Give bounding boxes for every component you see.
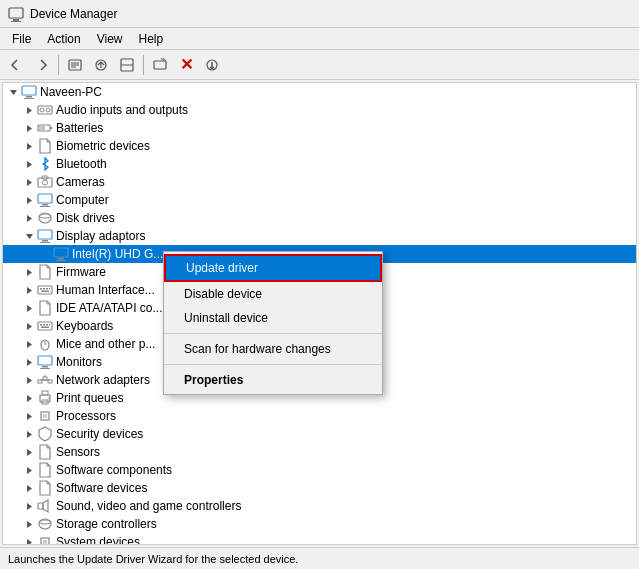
expand-icon-storage[interactable] — [21, 516, 37, 532]
context-menu-uninstall-device[interactable]: Uninstall device — [164, 306, 382, 330]
tree-icon-biometric — [37, 138, 53, 154]
tree-label-processors: Processors — [56, 409, 116, 423]
svg-rect-66 — [40, 368, 50, 369]
svg-marker-79 — [27, 413, 32, 420]
expand-icon-monitors[interactable] — [21, 354, 37, 370]
expand-icon-keyboards[interactable] — [21, 318, 37, 334]
tree-item-storage[interactable]: Storage controllers — [3, 515, 636, 533]
expand-icon-computer[interactable] — [21, 192, 37, 208]
context-menu-properties[interactable]: Properties — [164, 368, 382, 392]
expand-icon-bluetooth[interactable] — [21, 156, 37, 172]
tree-label-computer: Computer — [56, 193, 109, 207]
svg-marker-25 — [27, 161, 32, 168]
expand-icon-software-comp[interactable] — [21, 462, 37, 478]
expand-icon-ide[interactable] — [21, 300, 37, 316]
svg-rect-10 — [154, 61, 166, 69]
expand-icon-hid[interactable] — [21, 282, 37, 298]
update-driver-button[interactable] — [89, 53, 113, 77]
expand-icon-audio[interactable] — [21, 102, 37, 118]
svg-rect-47 — [40, 288, 42, 290]
svg-rect-87 — [38, 503, 43, 509]
expand-icon-security[interactable] — [21, 426, 37, 442]
tree-label-mice: Mice and other p... — [56, 337, 155, 351]
tree-item-cameras[interactable]: Cameras — [3, 173, 636, 191]
svg-marker-37 — [26, 234, 33, 239]
tree-item-disk[interactable]: Disk drives — [3, 209, 636, 227]
svg-marker-74 — [27, 395, 32, 402]
tree-item-processors[interactable]: Processors — [3, 407, 636, 425]
expand-icon-biometric[interactable] — [21, 138, 37, 154]
expand-icon-software-dev[interactable] — [21, 480, 37, 496]
menu-bar: File Action View Help — [0, 28, 639, 50]
tree-item-naveen-pc[interactable]: Naveen-PC — [3, 83, 636, 101]
expand-icon-processors[interactable] — [21, 408, 37, 424]
expand-icon-cameras[interactable] — [21, 174, 37, 190]
tree-item-bluetooth[interactable]: Bluetooth — [3, 155, 636, 173]
tree-icon-network — [37, 372, 53, 388]
tree-label-monitors: Monitors — [56, 355, 102, 369]
add-button[interactable] — [148, 53, 172, 77]
svg-marker-86 — [27, 503, 32, 510]
svg-rect-42 — [58, 258, 64, 260]
expand-icon-sound[interactable] — [21, 498, 37, 514]
tree-label-firmware: Firmware — [56, 265, 106, 279]
menu-action[interactable]: Action — [39, 30, 88, 48]
scan-hardware-button[interactable] — [200, 53, 224, 77]
forward-button[interactable] — [30, 53, 54, 77]
expand-icon-print[interactable] — [21, 390, 37, 406]
context-menu-update-driver[interactable]: Update driver — [164, 254, 382, 282]
tree-icon-keyboards — [37, 318, 53, 334]
expand-icon-naveen-pc[interactable] — [5, 84, 21, 100]
svg-rect-46 — [38, 286, 52, 294]
svg-point-18 — [40, 108, 44, 112]
menu-view[interactable]: View — [89, 30, 131, 48]
tree-label-naveen-pc: Naveen-PC — [40, 85, 102, 99]
device-tree[interactable]: Naveen-PCAudio inputs and outputsBatteri… — [2, 82, 637, 545]
svg-rect-14 — [26, 96, 32, 98]
tree-item-biometric[interactable]: Biometric devices — [3, 137, 636, 155]
tree-item-software-dev[interactable]: Software devices — [3, 479, 636, 497]
tree-item-computer[interactable]: Computer — [3, 191, 636, 209]
tree-item-batteries[interactable]: Batteries — [3, 119, 636, 137]
expand-icon-mice[interactable] — [21, 336, 37, 352]
context-menu-disable-device[interactable]: Disable device — [164, 282, 382, 306]
tree-icon-software-comp — [37, 462, 53, 478]
svg-marker-34 — [27, 215, 32, 222]
tree-label-batteries: Batteries — [56, 121, 103, 135]
svg-marker-53 — [27, 323, 32, 330]
expand-icon-intel-uhd[interactable] — [37, 246, 53, 262]
svg-marker-85 — [27, 485, 32, 492]
tree-item-sound[interactable]: Sound, video and game controllers — [3, 497, 636, 515]
expand-icon-batteries[interactable] — [21, 120, 37, 136]
scan-button[interactable] — [115, 53, 139, 77]
expand-icon-system[interactable] — [21, 534, 37, 545]
tree-icon-software-dev — [37, 480, 53, 496]
remove-button[interactable]: ✕ — [174, 53, 198, 77]
context-menu-scan-hardware[interactable]: Scan for hardware changes — [164, 337, 382, 361]
tree-item-software-comp[interactable]: Software components — [3, 461, 636, 479]
expand-icon-disk[interactable] — [21, 210, 37, 226]
app-icon — [8, 6, 24, 22]
tree-item-display[interactable]: Display adaptors — [3, 227, 636, 245]
menu-file[interactable]: File — [4, 30, 39, 48]
tree-item-system[interactable]: System devices — [3, 533, 636, 545]
toolbar-sep-2 — [143, 55, 144, 75]
tree-item-audio[interactable]: Audio inputs and outputs — [3, 101, 636, 119]
svg-marker-24 — [27, 143, 32, 150]
back-button[interactable] — [4, 53, 28, 77]
tree-item-sensors[interactable]: Sensors — [3, 443, 636, 461]
expand-icon-sensors[interactable] — [21, 444, 37, 460]
expand-icon-firmware[interactable] — [21, 264, 37, 280]
tree-label-software-comp: Software components — [56, 463, 172, 477]
tree-icon-print — [37, 390, 53, 406]
properties-button[interactable] — [63, 53, 87, 77]
tree-label-network: Network adapters — [56, 373, 150, 387]
svg-rect-49 — [46, 288, 48, 290]
svg-rect-50 — [49, 288, 50, 290]
svg-rect-31 — [38, 194, 52, 203]
expand-icon-network[interactable] — [21, 372, 37, 388]
tree-item-security[interactable]: Security devices — [3, 425, 636, 443]
menu-help[interactable]: Help — [131, 30, 172, 48]
expand-icon-display[interactable] — [21, 228, 37, 244]
tree-label-keyboards: Keyboards — [56, 319, 113, 333]
